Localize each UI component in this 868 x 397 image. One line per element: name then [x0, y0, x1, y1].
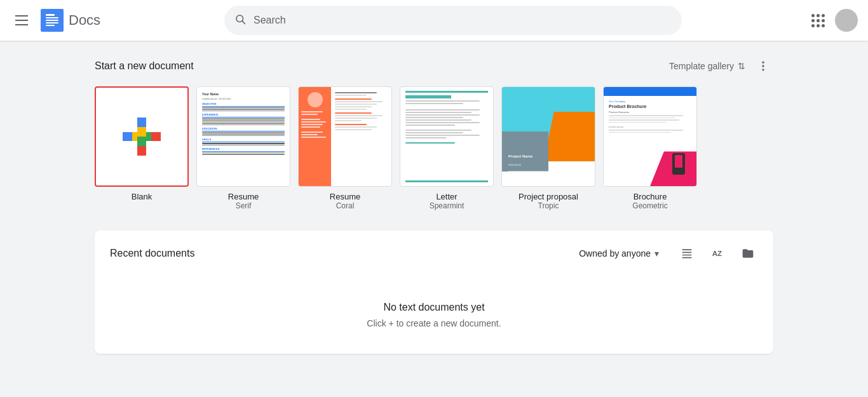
more-options-button[interactable]	[753, 56, 773, 76]
project-name-text: Project Name	[508, 154, 532, 158]
svg-point-8	[762, 62, 764, 64]
folder-button[interactable]	[738, 243, 758, 264]
letter-preview	[400, 87, 493, 186]
app-name-label: Docs	[69, 12, 100, 29]
template-letter-spearmint-sublabel: Spearmint	[430, 201, 465, 210]
template-blank-label: Blank	[132, 192, 153, 201]
project-sub-text: 2024-01-01	[508, 163, 521, 166]
svg-rect-13	[682, 255, 692, 256]
recent-title: Recent documents	[110, 248, 194, 259]
svg-point-10	[762, 69, 764, 71]
app-header: Docs Search	[0, 0, 868, 41]
template-letter-spearmint-label: Letter	[436, 192, 457, 201]
template-letter-spearmint[interactable]: Letter Spearmint	[400, 86, 494, 210]
svg-point-9	[762, 65, 764, 67]
header-left: Docs	[10, 9, 150, 32]
svg-rect-5	[46, 25, 55, 26]
recent-header: Recent documents Owned by anyone AZ	[110, 243, 758, 264]
coral-right-panel	[331, 87, 391, 186]
svg-rect-4	[46, 22, 58, 24]
google-apps-button[interactable]	[806, 9, 830, 32]
sort-button[interactable]: AZ	[707, 243, 728, 264]
template-resume-serif-label: Resume	[228, 192, 259, 201]
recent-section: Recent documents Owned by anyone AZ No t…	[95, 231, 773, 354]
chevron-updown-icon	[738, 61, 745, 71]
template-project-thumb: Project Name 2024-01-01	[501, 86, 595, 187]
template-project-label: Project proposal	[519, 192, 578, 201]
start-title: Start a new document	[95, 60, 194, 72]
google-apps-icon	[811, 14, 825, 27]
docs-logo-icon	[41, 9, 64, 32]
resume-serif-preview: Your Name email@email.com · 555-555-5555…	[197, 87, 290, 186]
template-resume-coral-label: Resume	[330, 192, 360, 201]
search-placeholder: Search	[254, 15, 286, 26]
hamburger-menu-button[interactable]	[10, 10, 33, 30]
template-resume-coral-sublabel: Coral	[336, 201, 355, 210]
chevron-down-icon	[654, 248, 659, 259]
start-section: Start a new document Template gallery	[95, 56, 773, 210]
template-blank-thumb	[95, 86, 189, 187]
search-container: Search	[224, 6, 682, 35]
svg-line-7	[242, 21, 245, 24]
templates-row: Blank Your Name email@email.com · 555-55…	[95, 86, 773, 210]
search-icon	[234, 13, 246, 28]
template-brochure-sublabel: Geometric	[632, 201, 667, 210]
main-content: Start a new document Template gallery	[85, 41, 783, 369]
template-project-proposal[interactable]: Project Name 2024-01-01 Project proposal…	[501, 86, 595, 210]
brochure-preview: Your Company Product Brochure Product Ov…	[604, 87, 696, 186]
project-preview: Project Name 2024-01-01	[502, 87, 595, 186]
coral-preview	[299, 87, 391, 186]
template-blank[interactable]: Blank	[95, 86, 189, 201]
coral-left-panel	[299, 87, 331, 186]
template-resume-serif-sublabel: Serif	[236, 201, 252, 210]
template-gallery-label: Template gallery	[669, 61, 734, 71]
template-brochure-thumb: Your Company Product Brochure Product Ov…	[603, 86, 697, 187]
svg-rect-2	[46, 17, 58, 18]
template-resume-serif[interactable]: Your Name email@email.com · 555-555-5555…	[196, 86, 290, 210]
empty-state: No text documents yet Click + to create …	[110, 276, 758, 341]
svg-text:AZ: AZ	[712, 249, 722, 257]
svg-rect-1	[46, 14, 55, 16]
empty-state-subtitle: Click + to create a new document.	[110, 318, 758, 328]
template-resume-coral[interactable]: Resume Coral	[298, 86, 392, 210]
template-letter-spearmint-thumb	[400, 86, 494, 187]
template-project-sublabel: Tropic	[538, 201, 559, 210]
recent-controls: Owned by anyone AZ	[571, 243, 758, 264]
list-view-button[interactable]	[677, 243, 697, 264]
header-right	[756, 9, 858, 32]
svg-rect-3	[46, 20, 58, 21]
start-header: Start a new document Template gallery	[95, 56, 773, 76]
template-resume-serif-thumb: Your Name email@email.com · 555-555-5555…	[196, 86, 290, 187]
svg-rect-14	[682, 257, 692, 259]
svg-rect-12	[682, 252, 692, 253]
owned-by-label: Owned by anyone	[579, 248, 651, 259]
template-gallery-button[interactable]: Template gallery	[664, 57, 750, 75]
owned-by-button[interactable]: Owned by anyone	[571, 245, 667, 262]
svg-rect-11	[682, 249, 692, 250]
template-brochure-geometric[interactable]: Your Company Product Brochure Product Ov…	[603, 86, 697, 210]
search-bar[interactable]: Search	[224, 6, 682, 35]
user-avatar[interactable]	[835, 9, 858, 32]
app-logo[interactable]: Docs	[41, 9, 100, 32]
start-header-right: Template gallery	[664, 56, 773, 76]
empty-state-title: No text documents yet	[110, 302, 758, 313]
template-brochure-label: Brochure	[634, 192, 667, 201]
plus-icon	[123, 118, 161, 156]
template-resume-coral-thumb	[298, 86, 392, 187]
